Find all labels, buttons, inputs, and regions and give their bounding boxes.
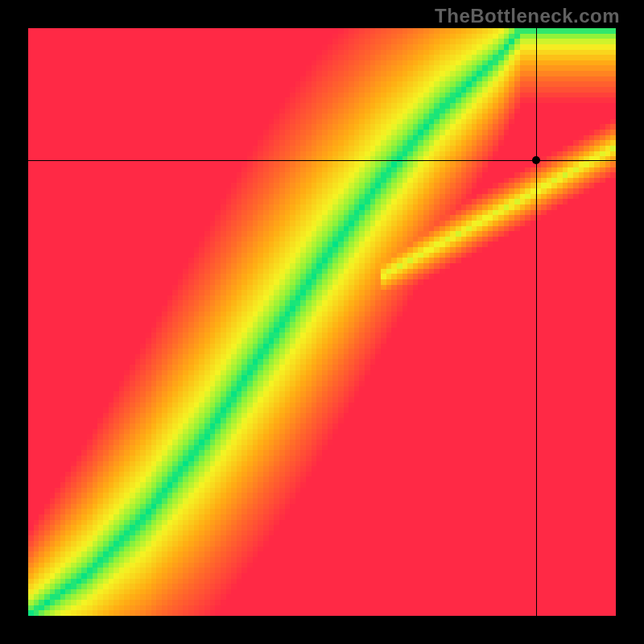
watermark-text: TheBottleneck.com — [435, 5, 620, 27]
marker-dot — [532, 156, 540, 164]
crosshair-horizontal — [28, 160, 616, 161]
crosshair-vertical — [536, 28, 537, 616]
heatmap-plot — [28, 28, 616, 616]
heatmap-canvas — [28, 28, 616, 616]
